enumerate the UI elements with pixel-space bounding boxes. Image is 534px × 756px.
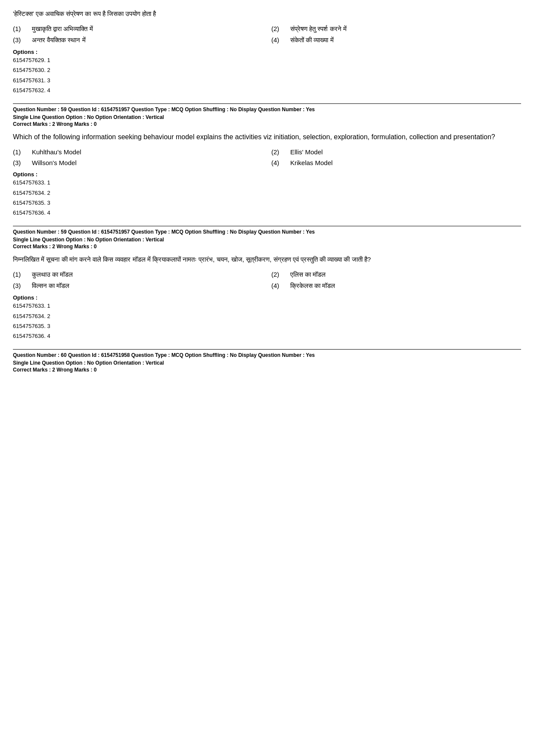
options-list-1: 6154757633. 1 6154757634. 2 6154757635. … bbox=[13, 178, 521, 218]
q59-options-section: Options : 6154757633. 1 6154757634. 2 61… bbox=[13, 171, 521, 218]
q60-meta-line1: Question Number : 60 Question Id : 61547… bbox=[13, 349, 521, 358]
options-list-item-2-0: 6154757633. 1 bbox=[13, 301, 521, 311]
q59-options-grid: (1) Kuhlthau's Model (2) Ellis' Model (3… bbox=[13, 148, 521, 166]
q59-option-num-1: (1) bbox=[13, 148, 25, 156]
q59-meta-line2: Single Line Question Option : No Option … bbox=[13, 114, 521, 120]
options-label-1: Options : bbox=[13, 171, 37, 178]
q59-marks: Correct Marks : 2 Wrong Marks : 0 bbox=[13, 121, 521, 127]
q59-option-num-4: (4) bbox=[271, 159, 283, 166]
q59h-marks: Correct Marks : 2 Wrong Marks : 0 bbox=[13, 244, 521, 250]
q59-option-2: (2) Ellis' Model bbox=[271, 148, 521, 156]
options-list-item-0-0: 6154757629. 1 bbox=[13, 55, 521, 65]
option-num-1-1: (1) bbox=[13, 25, 25, 32]
q59h-option-2: (2) एलिस का मॉडल bbox=[271, 271, 521, 278]
option-1-1: (1) मुखाकृति द्वारा अभिव्याक्ति में bbox=[13, 25, 263, 33]
q59-option-text-3: Willson's Model bbox=[32, 159, 77, 166]
q59h-option-num-3: (3) bbox=[13, 282, 25, 289]
intro-text: 'हेस्टिक्स' एक अवाचिक संप्रेषण का रूप है… bbox=[13, 9, 521, 19]
q59-option-text-1: Kuhlthau's Model bbox=[32, 148, 81, 156]
options-list-item-1-2: 6154757635. 3 bbox=[13, 198, 521, 208]
options-list-item-2-1: 6154757634. 2 bbox=[13, 311, 521, 321]
q59-option-4: (4) Krikelas Model bbox=[271, 159, 521, 166]
q59h-option-text-3: विल्सन का मॉडल bbox=[32, 282, 69, 290]
q59-option-3: (3) Willson's Model bbox=[13, 159, 263, 166]
q59-option-1: (1) Kuhlthau's Model bbox=[13, 148, 263, 156]
q59-meta-line1: Question Number : 59 Question Id : 61547… bbox=[13, 103, 521, 112]
option-text-1-4: संकेतों की व्याख्या में bbox=[290, 36, 334, 44]
option-text-1-2: संप्रेषण हेतु स्पर्श करने में bbox=[290, 25, 347, 33]
q59h-question-text: निम्नलिखित में सूचना की मांग करने वाले क… bbox=[13, 254, 521, 265]
q60-block: Question Number : 60 Question Id : 61547… bbox=[13, 349, 521, 373]
options-list-0: 6154757629. 1 6154757630. 2 6154757631. … bbox=[13, 55, 521, 96]
q59h-options-section: Options : 6154757633. 1 6154757634. 2 61… bbox=[13, 294, 521, 341]
q59h-meta-line1: Question Number : 59 Question Id : 61547… bbox=[13, 226, 521, 235]
options-list-2: 6154757633. 1 6154757634. 2 6154757635. … bbox=[13, 301, 521, 341]
q59-option-num-2: (2) bbox=[271, 148, 283, 156]
q59h-meta-line2: Single Line Question Option : No Option … bbox=[13, 237, 521, 243]
option-text-1-1: मुखाकृति द्वारा अभिव्याक्ति में bbox=[32, 25, 93, 33]
option-num-1-2: (2) bbox=[271, 25, 283, 32]
option-1-2: (2) संप्रेषण हेतु स्पर्श करने में bbox=[271, 25, 521, 33]
option-num-1-3: (3) bbox=[13, 36, 25, 44]
q60-marks: Correct Marks : 2 Wrong Marks : 0 bbox=[13, 367, 521, 373]
q59h-option-num-2: (2) bbox=[271, 271, 283, 278]
q60-meta-line2: Single Line Question Option : No Option … bbox=[13, 360, 521, 366]
options-list-item-1-3: 6154757636. 4 bbox=[13, 208, 521, 218]
q59-hindi-block: Question Number : 59 Question Id : 61547… bbox=[13, 226, 521, 341]
q59h-option-4: (4) क्रिकेलस का मॉडल bbox=[271, 282, 521, 290]
q59h-options-grid: (1) कुलथाउ का मॉडल (2) एलिस का मॉडल (3) … bbox=[13, 271, 521, 290]
options-list-item-0-3: 6154757632. 4 bbox=[13, 85, 521, 95]
option-text-1-3: अन्तर वैयक्तिक स्थान में bbox=[32, 36, 86, 44]
q59-english-block: Question Number : 59 Question Id : 61547… bbox=[13, 103, 521, 218]
options-list-item-1-1: 6154757634. 2 bbox=[13, 188, 521, 198]
option-1-4: (4) संकेतों की व्याख्या में bbox=[271, 36, 521, 44]
q59h-option-text-1: कुलथाउ का मॉडल bbox=[32, 271, 73, 278]
q59-option-num-3: (3) bbox=[13, 159, 25, 166]
q59h-option-num-4: (4) bbox=[271, 282, 283, 289]
options-list-item-0-1: 6154757630. 2 bbox=[13, 65, 521, 75]
intro-options-grid: (1) मुखाकृति द्वारा अभिव्याक्ति में (2) … bbox=[13, 25, 521, 44]
options-list-item-2-3: 6154757636. 4 bbox=[13, 331, 521, 341]
option-1-3: (3) अन्तर वैयक्तिक स्थान में bbox=[13, 36, 263, 44]
option-num-1-4: (4) bbox=[271, 36, 283, 44]
q59h-option-3: (3) विल्सन का मॉडल bbox=[13, 282, 263, 290]
q59h-option-text-2: एलिस का मॉडल bbox=[290, 271, 326, 278]
intro-options-label: Options : 6154757629. 1 6154757630. 2 61… bbox=[13, 48, 521, 96]
q59h-option-num-1: (1) bbox=[13, 271, 25, 278]
options-list-item-1-0: 6154757633. 1 bbox=[13, 178, 521, 187]
options-list-item-0-2: 6154757631. 3 bbox=[13, 75, 521, 85]
q59-option-text-2: Ellis' Model bbox=[290, 148, 323, 156]
intro-block: 'हेस्टिक्स' एक अवाचिक संप्रेषण का रूप है… bbox=[13, 9, 521, 96]
options-label-0: Options : bbox=[13, 49, 37, 55]
q59h-option-text-4: क्रिकेलस का मॉडल bbox=[290, 282, 335, 290]
q59-question-text: Which of the following information seeki… bbox=[13, 131, 521, 143]
q59-option-text-4: Krikelas Model bbox=[290, 159, 332, 166]
q59h-option-1: (1) कुलथाउ का मॉडल bbox=[13, 271, 263, 278]
options-label-2: Options : bbox=[13, 294, 37, 301]
options-list-item-2-2: 6154757635. 3 bbox=[13, 321, 521, 331]
